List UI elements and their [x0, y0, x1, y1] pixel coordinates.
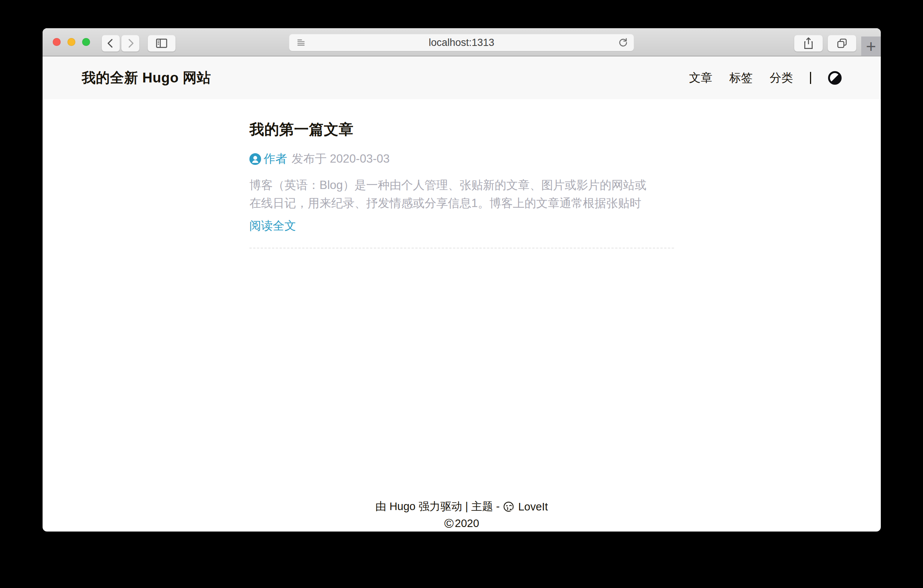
sidebar-toggle-button[interactable] [148, 35, 176, 52]
footer-powered-line: 由 Hugo 强力驱动 | 主题 - LoveIt [43, 499, 881, 514]
post-title[interactable]: 我的第一篇文章 [250, 120, 674, 140]
post-meta: 作者 发布于 2020-03-03 [250, 151, 674, 167]
browser-window: localhost:1313 [43, 28, 881, 532]
zoom-window-button[interactable] [82, 38, 90, 46]
summary-line: 博客（英语：Blog）是一种由个人管理、张贴新的文章、图片或影片的网站或 [250, 176, 674, 194]
browser-toolbar: localhost:1313 [43, 28, 881, 56]
kiss-face-icon [503, 501, 515, 513]
summary-line: 在线日记，用来纪录、抒发情感或分享信息1。博客上的文章通常根据张贴时 [250, 194, 674, 212]
site-title[interactable]: 我的全新 Hugo 网站 [82, 69, 211, 87]
theme-toggle-icon[interactable] [828, 71, 842, 85]
url-text: localhost:1313 [429, 37, 494, 49]
close-window-button[interactable] [53, 38, 61, 46]
reader-view-icon[interactable] [296, 37, 306, 48]
share-button[interactable] [794, 35, 823, 52]
copyright-icon: © [444, 517, 453, 530]
sidebar-icon [155, 38, 168, 49]
nav-item-categories[interactable]: 分类 [770, 70, 793, 86]
footer-copyright-line: © 2020 [43, 517, 881, 530]
plus-icon: + [866, 38, 876, 55]
nav-item-posts[interactable]: 文章 [689, 70, 713, 86]
new-tab-button[interactable]: + [861, 36, 881, 56]
reload-icon[interactable] [618, 37, 629, 48]
address-bar[interactable]: localhost:1313 [289, 34, 634, 51]
publish-date: 发布于 2020-03-03 [292, 151, 389, 167]
site-header: 我的全新 Hugo 网站 文章 标签 分类 [43, 56, 881, 99]
nav-divider [810, 72, 811, 84]
back-button[interactable] [102, 35, 120, 52]
nav-item-tags[interactable]: 标签 [729, 70, 753, 86]
tabs-overview-icon [836, 37, 848, 49]
user-circle-icon [250, 153, 261, 165]
author-link[interactable]: 作者 [250, 151, 287, 167]
powered-by-text: 由 Hugo 强力驱动 | 主题 - [376, 499, 500, 514]
forward-button[interactable] [121, 35, 140, 52]
theme-name-link[interactable]: LoveIt [518, 501, 548, 513]
post-summary-card: 我的第一篇文章 作者 发布于 2020-03-03 博 [250, 120, 674, 249]
share-icon [802, 37, 815, 50]
chevron-right-icon [125, 38, 136, 49]
chevron-left-icon [105, 38, 117, 49]
site-footer: 由 Hugo 强力驱动 | 主题 - LoveIt © 2020 [43, 499, 881, 530]
post-divider [250, 248, 674, 249]
site-nav: 文章 标签 分类 [689, 70, 842, 86]
minimize-window-button[interactable] [67, 38, 76, 46]
desktop-backdrop: { "browser": { "url": "localhost:1313", … [0, 0, 923, 588]
copyright-year: 2020 [455, 517, 479, 530]
read-more-link[interactable]: 阅读全文 [250, 218, 296, 234]
author-name: 作者 [264, 151, 287, 167]
window-controls [53, 38, 90, 46]
post-summary-text: 博客（英语：Blog）是一种由个人管理、张贴新的文章、图片或影片的网站或 在线日… [250, 176, 674, 212]
show-all-tabs-button[interactable] [828, 35, 856, 52]
